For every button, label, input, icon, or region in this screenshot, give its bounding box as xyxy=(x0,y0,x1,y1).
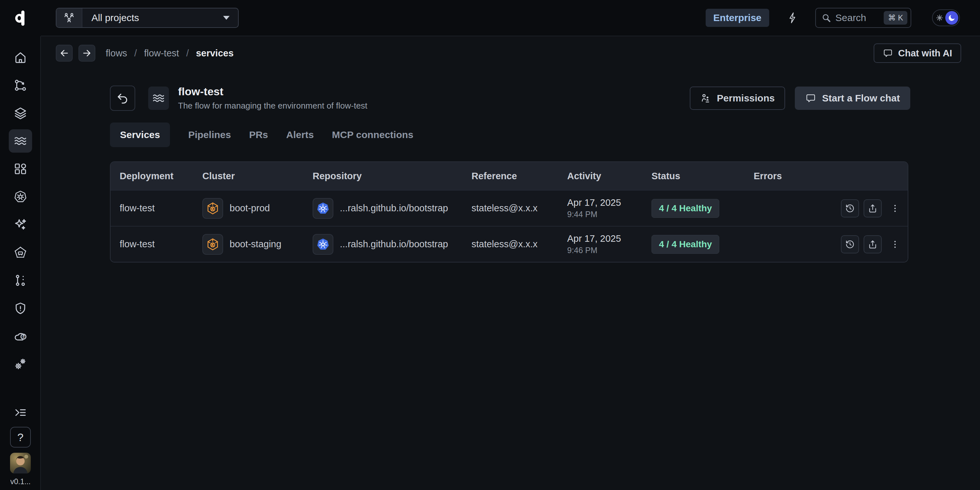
blocks-icon xyxy=(14,162,27,176)
pentagon-fleet-icon xyxy=(14,246,27,259)
breadcrumb: flows / flow-test / services xyxy=(106,48,234,59)
column-header-activity: Activity xyxy=(567,171,652,181)
org-people-icon xyxy=(56,8,83,27)
permissions-button[interactable]: Permissions xyxy=(690,87,785,110)
back-to-flows-button[interactable] xyxy=(110,86,135,111)
sidebar-item-flows[interactable] xyxy=(9,129,32,153)
breadcrumb-separator: / xyxy=(134,48,137,59)
flow-type-icon xyxy=(148,87,169,110)
tab-services[interactable]: Services xyxy=(110,122,170,147)
history-button[interactable] xyxy=(841,235,859,254)
port-logo-icon xyxy=(13,10,27,27)
sidebar-item-cost[interactable]: $ xyxy=(9,324,32,348)
breadcrumb-item-flow-test[interactable]: flow-test xyxy=(144,48,179,59)
chevron-down-icon xyxy=(223,16,230,20)
activity-time: 9:46 PM xyxy=(567,246,621,255)
title-block: flow-test The flow for managing the envi… xyxy=(178,85,368,111)
row-menu-button[interactable] xyxy=(890,203,900,213)
sidebar-item-security[interactable] xyxy=(9,297,32,320)
table-row[interactable]: flow-test K boot-staging xyxy=(111,226,908,262)
layers-icon xyxy=(14,106,27,120)
history-icon xyxy=(845,203,855,213)
search-input[interactable]: Search ⌘ K xyxy=(815,8,911,28)
share-icon xyxy=(868,203,878,213)
kubernetes-icon xyxy=(14,190,27,203)
sparkles-icon xyxy=(14,218,27,232)
sidebar-nav: $ xyxy=(9,46,32,376)
cluster-icon: K xyxy=(202,234,223,255)
sidebar: $ ? xyxy=(0,0,41,490)
cluster-cell: K boot-staging xyxy=(202,234,313,255)
main-column: All projects Enterprise Search ⌘ K xyxy=(41,0,980,490)
breadcrumb-item-services: services xyxy=(196,48,234,59)
theme-toggle[interactable] xyxy=(932,10,960,26)
row-actions xyxy=(818,199,908,217)
steps-icon xyxy=(14,274,27,287)
table-row[interactable]: flow-test K boot-prod xyxy=(111,190,908,226)
user-avatar[interactable] xyxy=(10,453,31,474)
header-actions: Permissions Start a Flow chat xyxy=(690,87,910,110)
sidebar-item-workflows[interactable] xyxy=(9,74,32,97)
history-back-button[interactable] xyxy=(56,45,73,62)
breadcrumb-item-flows[interactable]: flows xyxy=(106,48,127,59)
arrow-right-icon xyxy=(82,48,92,58)
sidebar-item-ai[interactable] xyxy=(9,213,32,236)
waves-icon xyxy=(152,92,165,105)
app-root: $ ? xyxy=(0,0,980,490)
status-badge: 4 / 4 Healthy xyxy=(652,199,719,218)
gears-icon xyxy=(14,357,27,371)
sidebar-item-layers[interactable] xyxy=(9,101,32,125)
svg-text:K: K xyxy=(211,207,214,211)
share-button[interactable] xyxy=(864,199,882,217)
cluster-icon: K xyxy=(202,198,223,219)
project-selector[interactable]: All projects xyxy=(56,8,239,28)
project-selector-label: All projects xyxy=(91,12,139,23)
activity-cell: Apr 17, 2025 9:44 PM xyxy=(567,197,652,219)
search-shortcut-kbd: ⌘ K xyxy=(884,11,907,25)
home-icon xyxy=(14,51,27,64)
column-header-repository: Repository xyxy=(313,171,471,181)
sidebar-item-terminal[interactable] xyxy=(9,401,32,424)
search-placeholder: Search xyxy=(835,12,866,23)
sidebar-item-fleet[interactable] xyxy=(9,241,32,264)
arrow-left-icon xyxy=(59,48,69,58)
sidebar-item-steps[interactable] xyxy=(9,269,32,292)
column-header-status: Status xyxy=(652,171,754,181)
search-icon xyxy=(821,13,832,23)
zap-button[interactable] xyxy=(787,12,799,24)
sun-icon xyxy=(935,13,944,23)
topbar: All projects Enterprise Search ⌘ K xyxy=(41,0,980,36)
help-button[interactable]: ? xyxy=(10,427,31,447)
shield-alert-icon xyxy=(14,301,27,315)
sidebar-item-home[interactable] xyxy=(9,46,32,69)
app-logo[interactable] xyxy=(0,0,41,36)
chat-with-ai-label: Chat with AI xyxy=(898,48,952,59)
start-flow-chat-button[interactable]: Start a Flow chat xyxy=(795,87,910,110)
terminal-icon xyxy=(14,406,27,419)
sidebar-item-settings[interactable] xyxy=(9,352,32,376)
enterprise-badge: Enterprise xyxy=(706,9,769,27)
chat-with-ai-button[interactable]: Chat with AI xyxy=(873,43,961,63)
waves-icon xyxy=(14,134,27,148)
status-cell: 4 / 4 Healthy xyxy=(652,235,754,254)
deployment-cell: flow-test xyxy=(120,239,202,249)
users-icon xyxy=(700,93,711,104)
share-icon xyxy=(868,239,878,249)
reference-cell: stateless@x.x.x xyxy=(471,203,567,214)
sidebar-item-kubernetes[interactable] xyxy=(9,185,32,208)
tab-pipelines[interactable]: Pipelines xyxy=(188,129,231,140)
cluster-cell: K boot-prod xyxy=(202,198,313,219)
svg-text:K: K xyxy=(211,243,214,247)
tab-alerts[interactable]: Alerts xyxy=(286,129,314,140)
history-forward-button[interactable] xyxy=(78,45,95,62)
workflow-icon xyxy=(14,78,27,92)
history-button[interactable] xyxy=(841,199,859,217)
sidebar-item-blocks[interactable] xyxy=(9,157,32,181)
tab-mcp-connections[interactable]: MCP connections xyxy=(332,129,414,140)
column-header-reference: Reference xyxy=(471,171,567,181)
share-button[interactable] xyxy=(864,235,882,254)
breadcrumb-row: flows / flow-test / services Chat with A… xyxy=(41,36,980,63)
content-area: flows / flow-test / services Chat with A… xyxy=(41,36,980,490)
tab-prs[interactable]: PRs xyxy=(249,129,268,140)
row-menu-button[interactable] xyxy=(890,239,900,249)
